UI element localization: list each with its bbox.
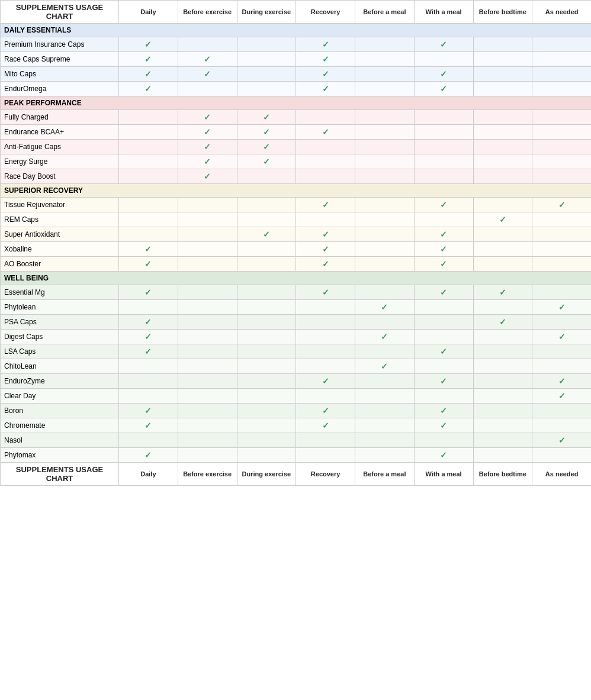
checkmark-icon: ✓	[322, 84, 329, 93]
category-label: DAILY ESSENTIALS	[1, 24, 592, 37]
checkmark-icon: ✓	[322, 69, 329, 79]
checkmark-icon: ✓	[144, 40, 152, 49]
table-row: REM Caps✓	[1, 212, 592, 227]
table-row: PSA Caps✓✓	[1, 315, 592, 330]
category-row-recovery: SUPERIOR RECOVERY	[1, 184, 592, 198]
checkmark-icon: ✓	[204, 54, 211, 64]
supplement-name: Race Caps Supreme	[1, 52, 119, 67]
table-row: ChitoLean✓	[1, 359, 592, 374]
table-row: Chromemate✓✓✓	[1, 418, 592, 433]
supplement-name: Boron	[1, 404, 119, 418]
checkmark-icon: ✓	[440, 421, 447, 430]
checkmark-icon: ✓	[322, 230, 329, 239]
checkmark-icon: ✓	[263, 127, 270, 137]
table-row: Phytolean✓✓	[1, 300, 592, 315]
supplement-name: Phytomax	[1, 448, 119, 463]
table-row: LSA Caps✓✓	[1, 344, 592, 359]
table-row: Digest Caps✓✓✓	[1, 330, 592, 344]
checkmark-icon: ✓	[204, 172, 211, 181]
supplement-name: Clear Day	[1, 389, 119, 404]
checkmark-icon: ✓	[558, 332, 566, 341]
category-label: SUPERIOR RECOVERY	[1, 184, 592, 198]
footer-column-header-3: Recovery	[296, 463, 355, 486]
supplement-name: PSA Caps	[1, 315, 119, 330]
supplement-name: Race Day Boost	[1, 169, 119, 184]
checkmark-icon: ✓	[440, 376, 447, 386]
checkmark-icon: ✓	[381, 302, 388, 312]
checkmark-icon: ✓	[263, 142, 270, 151]
supplement-name: Nasol	[1, 433, 119, 448]
supplement-name: EndurOmega	[1, 82, 119, 96]
checkmark-icon: ✓	[144, 332, 152, 341]
table-row: Anti-Fatigue Caps✓✓	[1, 140, 592, 154]
supplement-name: ChitoLean	[1, 359, 119, 374]
checkmark-icon: ✓	[322, 40, 329, 49]
table-row: EndurOmega✓✓✓	[1, 82, 592, 96]
table-row: Tissue Rejuvenator✓✓✓	[1, 198, 592, 212]
checkmark-icon: ✓	[440, 347, 447, 356]
checkmark-icon: ✓	[440, 244, 447, 254]
footer-column-header-4: Before a meal	[355, 463, 415, 486]
checkmark-icon: ✓	[144, 421, 152, 430]
checkmark-icon: ✓	[322, 421, 329, 430]
supplement-name: REM Caps	[1, 212, 119, 227]
footer-column-header-5: With a meal	[414, 463, 473, 486]
column-header-4: Before a meal	[355, 1, 415, 24]
checkmark-icon: ✓	[204, 127, 211, 137]
supplement-name: Digest Caps	[1, 330, 119, 344]
category-row-peak: PEAK PERFORMANCE	[1, 96, 592, 110]
checkmark-icon: ✓	[204, 157, 211, 166]
supplement-name: Chromemate	[1, 418, 119, 433]
checkmark-icon: ✓	[322, 127, 329, 137]
category-row-wellbeing: WELL BEING	[1, 272, 592, 285]
checkmark-icon: ✓	[204, 142, 211, 151]
column-header-1: Before exercise	[178, 1, 237, 24]
supplement-name: Energy Surge	[1, 154, 119, 169]
checkmark-icon: ✓	[144, 347, 152, 356]
supplement-name: EnduroZyme	[1, 374, 119, 389]
category-label: WELL BEING	[1, 272, 592, 285]
table-row: Energy Surge✓✓	[1, 154, 592, 169]
checkmark-icon: ✓	[558, 391, 566, 401]
table-row: Premium Insurance Caps✓✓✓	[1, 37, 592, 52]
checkmark-icon: ✓	[144, 259, 152, 269]
checkmark-icon: ✓	[381, 332, 388, 341]
checkmark-icon: ✓	[144, 406, 152, 415]
checkmark-icon: ✓	[144, 54, 152, 64]
checkmark-icon: ✓	[144, 317, 152, 327]
table-row: Clear Day✓	[1, 389, 592, 404]
supplement-name: Premium Insurance Caps	[1, 37, 119, 52]
supplement-name: Phytolean	[1, 300, 119, 315]
checkmark-icon: ✓	[558, 200, 566, 209]
footer-column-header-7: As needed	[532, 463, 591, 486]
checkmark-icon: ✓	[263, 112, 270, 122]
supplement-name: Endurance BCAA+	[1, 125, 119, 140]
table-row: Race Caps Supreme✓✓✓	[1, 52, 592, 67]
checkmark-icon: ✓	[499, 215, 506, 224]
column-header-5: With a meal	[414, 1, 473, 24]
table-row: Essential Mg✓✓✓✓	[1, 285, 592, 300]
table-row: Endurance BCAA+✓✓✓	[1, 125, 592, 140]
table-row: Mito Caps✓✓✓✓	[1, 67, 592, 82]
table-row: AO Booster✓✓✓	[1, 257, 592, 272]
supplement-name: Tissue Rejuvenator	[1, 198, 119, 212]
checkmark-icon: ✓	[440, 200, 447, 209]
table-row: Phytomax✓✓	[1, 448, 592, 463]
table-row: Fully Charged✓✓	[1, 110, 592, 125]
checkmark-icon: ✓	[263, 157, 270, 166]
category-label: PEAK PERFORMANCE	[1, 96, 592, 110]
checkmark-icon: ✓	[558, 436, 566, 445]
checkmark-icon: ✓	[440, 259, 447, 269]
checkmark-icon: ✓	[440, 40, 447, 49]
supplement-name: Essential Mg	[1, 285, 119, 300]
checkmark-icon: ✓	[440, 288, 447, 297]
table-row: Super Antioxidant✓✓✓	[1, 227, 592, 242]
table-footer-title: SUPPLEMENTS USAGE CHART	[1, 463, 119, 486]
checkmark-icon: ✓	[440, 406, 447, 415]
supplement-name: Anti-Fatigue Caps	[1, 140, 119, 154]
table-row: Boron✓✓✓	[1, 404, 592, 418]
table-row: EnduroZyme✓✓✓	[1, 374, 592, 389]
supplement-name: Mito Caps	[1, 67, 119, 82]
checkmark-icon: ✓	[144, 244, 152, 254]
supplement-name: LSA Caps	[1, 344, 119, 359]
